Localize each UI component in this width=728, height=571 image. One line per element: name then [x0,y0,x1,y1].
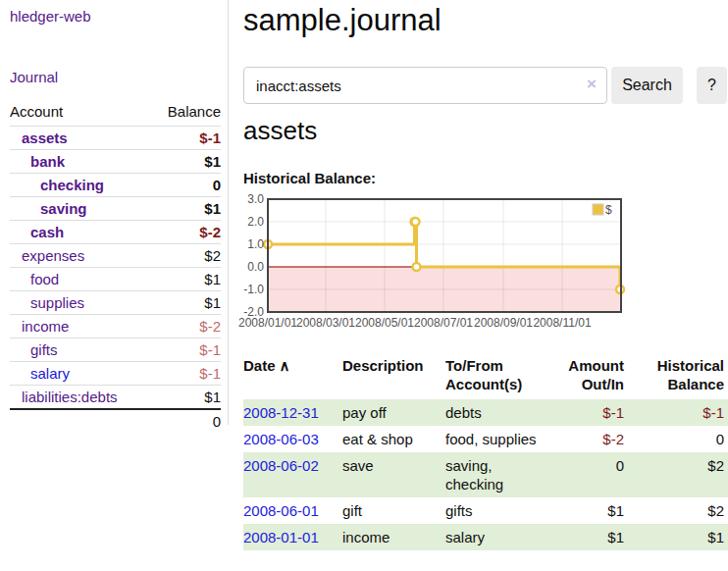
account-row: income $-2 [10,315,221,338]
account-row: saving $1 [10,197,221,221]
spacer [10,409,151,433]
account-link[interactable]: salary [30,365,70,382]
account-tree-body: assets $-1 bank $1 checking 0 saving $1 … [10,127,221,410]
transaction-accounts: gifts [442,497,544,524]
account-link[interactable]: checking [40,177,104,193]
main-content: sample.journal × Search ? assets Histori… [243,0,728,571]
transaction-description: income [338,524,442,550]
svg-text:2008/05/01: 2008/05/01 [355,316,414,330]
account-link[interactable]: bank [30,153,65,170]
transaction-accounts: salary [442,524,544,550]
transaction-balance: $2 [628,452,728,497]
date-column-header[interactable]: Date∧ [243,353,338,399]
account-row: gifts $-1 [10,338,221,362]
transaction-row: 2008-06-02 save saving, checking 0 $2 [243,452,728,497]
account-balance: $1 [151,150,221,174]
historical-balance-chart: 3.02.01.00.0-1.0-2.02008/01/012008/03/01… [238,192,629,337]
account-row: food $1 [10,268,221,291]
brand-link[interactable]: hledger-web [10,8,91,25]
transaction-description: gift [338,497,442,524]
transaction-accounts: debts [442,399,544,426]
page-title: sample.journal [243,3,442,38]
account-link[interactable]: assets [22,130,68,146]
account-link[interactable]: supplies [30,294,84,311]
account-balance: $-1 [151,338,221,362]
balance-column-header[interactable]: Historical Balance [628,353,728,399]
sidebar: hledger-web Journal Account Balance asse… [0,0,229,425]
account-row: checking 0 [10,174,221,197]
account-tree-header: Account Balance [10,99,221,127]
account-row: expenses $2 [10,244,221,268]
account-balance: $-2 [151,221,221,244]
transaction-amount: $-1 [544,399,628,426]
transaction-row: 2008-06-03 eat & shop food, supplies $-2… [243,426,728,452]
sidebar-item-journal[interactable]: Journal [10,69,58,85]
transaction-balance: $1 [628,524,728,550]
transaction-amount: $-2 [544,426,628,452]
transaction-description: pay off [338,399,442,426]
account-row: liabilities:debts $1 [10,386,221,410]
transaction-amount: 0 [544,452,628,497]
svg-text:2008/09/01: 2008/09/01 [474,316,533,330]
svg-text:-1.0: -1.0 [243,283,264,296]
accounts-column-header[interactable]: To/From Account(s) [442,353,544,399]
transaction-row: 2008-12-31 pay off debts $-1 $-1 [243,399,728,426]
svg-text:3.0: 3.0 [247,192,264,206]
transaction-amount: $1 [544,497,628,524]
transaction-accounts: food, supplies [442,426,544,452]
account-tree-total-row: 0 [10,409,221,433]
transaction-date-link[interactable]: 2008-06-02 [243,457,319,474]
account-heading: assets [243,116,317,146]
account-link[interactable]: liabilities:debts [22,389,118,405]
description-column-header[interactable]: Description [338,353,442,399]
transaction-row: 2008-06-01 gift gifts $1 $2 [243,497,728,524]
clear-search-icon[interactable]: × [581,75,602,94]
account-link[interactable]: income [22,318,69,335]
account-row: supplies $1 [10,291,221,315]
svg-text:2008/01/01: 2008/01/01 [238,316,297,330]
transaction-balance: $-1 [628,399,728,426]
transaction-balance: 0 [628,426,728,452]
chart-label: Historical Balance: [243,170,376,186]
account-balance: $1 [151,197,221,221]
search-button[interactable]: Search [611,67,683,104]
transaction-description: eat & shop [338,426,442,452]
account-balance: $1 [151,291,221,315]
search-input[interactable] [243,67,607,104]
svg-text:2.0: 2.0 [247,215,264,229]
account-balance: 0 [151,174,221,197]
transaction-date-link[interactable]: 2008-01-01 [243,529,319,545]
register-table: Date∧ Description To/From Account(s) Amo… [243,353,728,550]
app-window: hledger-web Journal Account Balance asse… [0,0,728,571]
svg-text:1.0: 1.0 [247,237,264,251]
transaction-date-link[interactable]: 2008-06-03 [243,431,319,447]
account-balance: $-1 [151,127,221,150]
register-body: 2008-12-31 pay off debts $-1 $-1 2008-06… [243,399,728,550]
account-row: assets $-1 [10,127,221,150]
account-link[interactable]: gifts [30,341,58,358]
account-link[interactable]: expenses [22,247,84,264]
amount-column-header[interactable]: Amount Out/In [544,353,628,399]
transaction-accounts: saving, checking [442,452,544,497]
svg-text:0.0: 0.0 [247,260,264,274]
transaction-date-link[interactable]: 2008-12-31 [243,404,319,421]
account-row: salary $-1 [10,362,221,386]
account-link[interactable]: food [30,271,59,287]
svg-text:2008/03/01: 2008/03/01 [296,316,355,330]
register-header-row: Date∧ Description To/From Account(s) Amo… [243,353,728,399]
account-tree: Account Balance assets $-1 bank $1 check… [10,99,221,433]
transaction-amount: $1 [544,524,628,550]
svg-text:2008/11/01: 2008/11/01 [533,316,591,330]
account-row: cash $-2 [10,221,221,244]
svg-text:2008/07/01: 2008/07/01 [414,316,473,330]
help-button[interactable]: ? [697,67,727,104]
account-balance: $-2 [151,315,221,338]
account-balance: $1 [151,386,221,410]
account-column-header: Account [10,99,151,127]
transaction-date-link[interactable]: 2008-06-01 [243,502,319,519]
account-link[interactable]: cash [30,224,64,240]
transaction-balance: $2 [628,497,728,524]
account-link[interactable]: saving [40,200,87,217]
total-balance: 0 [151,409,221,433]
balance-column-header: Balance [151,99,221,127]
